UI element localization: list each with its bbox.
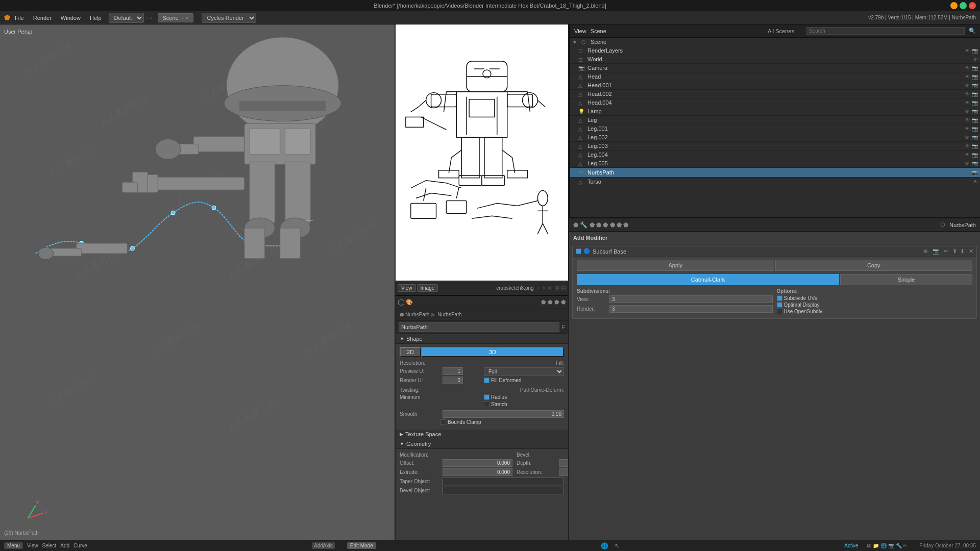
nurbspath-vis-icon[interactable]: 👁 xyxy=(965,170,970,176)
outliner-item-head002[interactable]: △ Head.002 👁 📷 xyxy=(570,90,980,98)
outliner-item-head001[interactable]: △ Head.001 👁 📷 xyxy=(570,81,980,90)
toggle-2d-button[interactable]: 2D xyxy=(400,347,421,357)
camera-vis-icon[interactable]: 👁 xyxy=(965,65,970,71)
head-vis-icon[interactable]: 👁 xyxy=(965,74,970,80)
shape-section-header[interactable]: ▼ Shape xyxy=(396,334,568,344)
outliner-scene-label[interactable]: Scene xyxy=(591,28,606,34)
stretch-checkbox[interactable]: Stretch xyxy=(484,402,564,407)
head004-vis-icon[interactable]: 👁 xyxy=(965,100,970,106)
edit-mode-label[interactable]: Edit Mode xyxy=(347,542,376,549)
stretch-check-icon[interactable] xyxy=(484,402,489,407)
render-engine-select[interactable]: Cycles Render xyxy=(202,13,256,23)
subsurf-down-icon[interactable]: ⬇ xyxy=(960,248,965,255)
use-opensubdiv-icon[interactable] xyxy=(777,309,782,314)
subdivide-uvs-row[interactable]: Subdivide UVs xyxy=(777,295,973,301)
radius-check-icon[interactable] xyxy=(484,394,489,400)
smooth-field[interactable] xyxy=(443,410,564,418)
nurbspath-render-icon[interactable]: 📷 xyxy=(972,170,978,176)
add-axis-btn[interactable]: AddAxis xyxy=(312,542,335,549)
outliner-all-scenes-label[interactable]: All Scenes xyxy=(768,28,794,34)
outliner-scene-root[interactable]: ▼ ⬡ Scene xyxy=(570,38,980,46)
head002-render-icon[interactable]: 📷 xyxy=(972,91,978,97)
offset-field[interactable] xyxy=(443,459,512,467)
taper-field[interactable] xyxy=(443,478,564,485)
depth-field[interactable] xyxy=(559,459,569,467)
curve-status-btn[interactable]: Curve xyxy=(74,543,87,548)
head-render-icon[interactable]: 📷 xyxy=(972,74,978,80)
minimize-button[interactable]: − xyxy=(950,2,958,9)
menu-render[interactable]: Render xyxy=(29,14,56,22)
select-status-btn[interactable]: Select xyxy=(42,543,57,548)
outliner-item-leg003[interactable]: △ Leg.003 👁 📷 xyxy=(570,142,980,151)
world-vis-icon[interactable]: 👁 xyxy=(973,57,978,62)
copy-button[interactable]: Copy xyxy=(775,260,973,271)
extrude-field[interactable] xyxy=(443,468,512,476)
outliner-item-head[interactable]: △ Head 👁 📷 xyxy=(570,72,980,81)
menu-window[interactable]: Window xyxy=(57,14,85,22)
preview-view-btn[interactable]: View xyxy=(398,284,416,292)
bounds-clamp-checkbox[interactable]: Bounds Clamp xyxy=(440,419,564,425)
leg002-vis-icon[interactable]: 👁 xyxy=(965,135,970,140)
subsurf-enable-icon[interactable] xyxy=(576,248,581,254)
outliner-item-camera[interactable]: 📷 Camera 👁 📷 xyxy=(570,64,980,72)
menu-status-btn[interactable]: Menu xyxy=(4,542,23,549)
fill-select[interactable]: Full xyxy=(484,367,564,376)
radius-checkbox[interactable]: Radius xyxy=(484,394,564,400)
subsurf-render-icon[interactable]: 📷 xyxy=(933,248,940,255)
head001-render-icon[interactable]: 📷 xyxy=(972,83,978,88)
outliner-item-world[interactable]: ◻ World 👁 xyxy=(570,55,980,64)
preview-u-field[interactable] xyxy=(443,367,463,375)
leg001-vis-icon[interactable]: 👁 xyxy=(965,126,970,132)
outliner-item-renderlayers[interactable]: ◻ RenderLayers 👁 📷 xyxy=(570,46,980,55)
head002-vis-icon[interactable]: 👁 xyxy=(965,91,970,97)
lamp-render-icon[interactable]: 📷 xyxy=(972,109,978,114)
outliner-item-leg002[interactable]: △ Leg.002 👁 📷 xyxy=(570,133,980,142)
renderlayers-vis-icon[interactable]: 👁 xyxy=(965,48,970,54)
leg004-render-icon[interactable]: 📷 xyxy=(972,152,978,158)
object-name-field[interactable] xyxy=(399,322,559,332)
simple-button[interactable]: Simple xyxy=(840,274,972,285)
use-opensubdiv-row[interactable]: Use OpenSubdiv xyxy=(777,309,973,314)
leg-vis-icon[interactable]: 👁 xyxy=(965,117,970,123)
outliner-item-leg005[interactable]: △ Leg.005 👁 📷 xyxy=(570,159,980,168)
leg003-render-icon[interactable]: 📷 xyxy=(972,143,978,149)
scene-tab[interactable]: Scene + × xyxy=(158,13,193,22)
layout-select[interactable]: Default xyxy=(109,13,144,23)
torso-vis-icon[interactable]: 👁 xyxy=(973,179,978,185)
geometry-section-header[interactable]: ▼ Geometry xyxy=(396,439,568,449)
leg005-vis-icon[interactable]: 👁 xyxy=(965,161,970,166)
camera-render-icon[interactable]: 📷 xyxy=(972,65,978,71)
subsurf-edit-icon[interactable]: ✏ xyxy=(944,248,948,255)
renderlayers-render-icon[interactable]: 📷 xyxy=(972,48,978,54)
subsurf-move-icon[interactable]: ⬆ xyxy=(952,248,957,255)
leg005-render-icon[interactable]: 📷 xyxy=(972,161,978,166)
close-button[interactable]: × xyxy=(969,2,976,9)
outliner-search-input[interactable] xyxy=(806,27,965,35)
render-sub-field[interactable] xyxy=(609,305,773,313)
menu-help[interactable]: Help xyxy=(86,14,106,22)
leg002-render-icon[interactable]: 📷 xyxy=(972,135,978,140)
optimal-display-row[interactable]: Optimal Display xyxy=(777,302,973,308)
leg001-render-icon[interactable]: 📷 xyxy=(972,126,978,132)
outliner-view-label[interactable]: View xyxy=(574,28,586,34)
outliner-item-leg004[interactable]: △ Leg.004 👁 📷 xyxy=(570,151,980,159)
optimal-display-icon[interactable] xyxy=(777,302,782,308)
bevel-obj-field[interactable] xyxy=(443,487,564,494)
fill-deformed-checkbox[interactable]: Fill Deformed xyxy=(484,378,564,383)
leg-render-icon[interactable]: 📷 xyxy=(972,117,978,123)
lamp-vis-icon[interactable]: 👁 xyxy=(965,109,970,114)
bounds-clamp-check-icon[interactable] xyxy=(440,419,446,425)
toggle-3d-button[interactable]: 3D xyxy=(421,347,564,357)
outliner-item-nurbspath[interactable]: 〜 NurbsPath 👁 📷 xyxy=(570,168,980,178)
menu-file[interactable]: File xyxy=(11,14,28,22)
view-sub-field[interactable] xyxy=(609,295,773,303)
maximize-button[interactable]: □ xyxy=(960,2,967,9)
preview-image-btn[interactable]: Image xyxy=(417,284,438,292)
outliner-item-leg[interactable]: △ Leg 👁 📷 xyxy=(570,116,980,124)
head001-vis-icon[interactable]: 👁 xyxy=(965,83,970,88)
resolution-bevel-field[interactable] xyxy=(559,468,569,476)
texture-space-header[interactable]: ▶ Texture Space xyxy=(396,430,568,439)
view-status-btn[interactable]: View xyxy=(27,543,38,548)
apply-button[interactable]: Apply xyxy=(577,260,774,271)
outliner-item-torso[interactable]: △ Torso 👁 xyxy=(570,178,980,186)
